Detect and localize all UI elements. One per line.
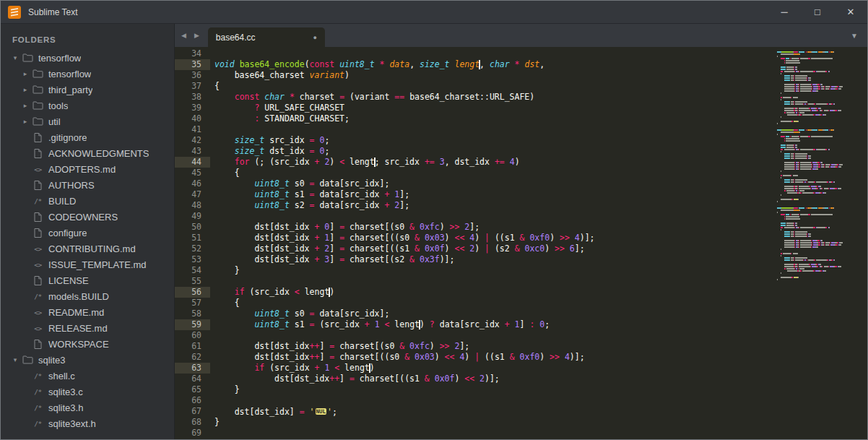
code-line-44[interactable]: 44 for (; (src_idx + 2) < lengt; src_idx… [175,157,867,168]
chevron-right-icon[interactable]: ▸ [21,70,30,77]
tree-folder-tensorflow[interactable]: ▾tensorflow [1,50,174,66]
code-line-65[interactable]: 65 } [175,384,867,395]
tab-scroll-left-icon[interactable]: ◀ [181,32,186,39]
code-line-47[interactable]: 47 uint8_t s1 = data[src_idx + 1]; [175,189,867,200]
chevron-right-icon[interactable]: ▸ [21,102,30,109]
tree-folder-tensorflow[interactable]: ▸tensorflow [1,66,174,82]
code-line-42[interactable]: 42 size_t src_idx = 0; [175,135,867,146]
code-line-54[interactable]: 54 } [175,265,867,276]
code-text: for (; (src_idx + 2) < lengt; src_idx +=… [210,157,867,168]
code-line-69[interactable]: 69 [175,428,867,439]
line-number: 41 [175,124,210,135]
tab-nav: ◀ ▶ [175,24,206,47]
code-line-60[interactable]: 60 [175,330,867,341]
code-line-35[interactable]: 35void base64_encode(const uint8_t * dat… [175,59,867,70]
code-line-36[interactable]: 36 base64_charset variant) [175,70,867,81]
code-line-46[interactable]: 46 uint8_t s0 = data[src_idx]; [175,178,867,189]
maximize-button[interactable]: □ [801,1,834,23]
tab-overflow-icon[interactable]: ▼ [851,32,858,40]
tree-item-label: tensorflow [38,53,81,64]
code-line-62[interactable]: 62 dst[dst_idx++] = charset[((s0 & 0x03)… [175,352,867,363]
code-line-63[interactable]: 63 if (src_idx + 1 < lengt) [175,363,867,374]
code-line-48[interactable]: 48 uint8_t s2 = data[src_idx + 2]; [175,200,867,211]
tree-file-shell-c[interactable]: /*shell.c [1,368,174,384]
markup-file-icon: <> [32,245,44,253]
chevron-right-icon[interactable]: ▸ [21,118,30,125]
code-line-41[interactable]: 41 [175,124,867,135]
code-text: dst[dst_idx + 0] = charset[(s0 & 0xfc) >… [210,222,867,233]
tree-folder-tools[interactable]: ▸tools [1,98,174,113]
line-number: 62 [175,352,210,363]
tree-item-label: ADOPTERS.md [48,164,116,175]
minimap-line [777,280,867,282]
code-line-61[interactable]: 61 dst[dst_idx++] = charset[(s0 & 0xfc) … [175,341,867,352]
line-number: 51 [175,233,210,243]
close-button[interactable]: ✕ [834,1,867,23]
code-text: dst[dst_idx++] = charset[((s1 & 0x0f) <<… [210,374,867,384]
tree-file-sqlite3-h[interactable]: /*sqlite3.h [1,400,174,415]
code-line-68[interactable]: 68} [175,417,867,428]
line-number: 38 [175,92,210,103]
tree-file-codeowners[interactable]: CODEOWNERS [1,209,174,225]
folder-icon [32,101,44,110]
tab-base64-cc[interactable]: base64.cc ● [208,27,325,47]
line-number: 59 [175,319,210,330]
titlebar[interactable]: Sublime Text ─ □ ✕ [1,1,867,24]
code-line-58[interactable]: 58 uint8_t s0 = data[src_idx]; [175,309,867,319]
tree-file-authors[interactable]: AUTHORS [1,177,174,193]
code-line-51[interactable]: 51 dst[dst_idx + 1] = charset[((s0 & 0x0… [175,233,867,243]
tree-file-release-md[interactable]: <>RELEASE.md [1,320,174,336]
tree-item-label: RELEASE.md [48,323,108,334]
code-text: } [210,384,867,395]
tab-scroll-right-icon[interactable]: ▶ [194,32,199,39]
code-area[interactable]: 3435void base64_encode(const uint8_t * d… [175,48,867,439]
tree-folder-util[interactable]: ▸util [1,113,174,129]
window-title: Sublime Text [28,7,77,17]
minimize-button[interactable]: ─ [768,1,801,23]
code-line-56[interactable]: 56 if (src_idx < lengt) [175,287,867,298]
chevron-down-icon[interactable]: ▾ [11,356,19,363]
tree-folder-sqlite3[interactable]: ▾sqlite3 [1,352,174,368]
tree-file-acknowledgments[interactable]: ACKNOWLEDGMENTS [1,145,174,161]
code-line-43[interactable]: 43 size_t dst_idx = 0; [175,146,867,157]
code-line-45[interactable]: 45 { [175,168,867,178]
code-text: dst[dst_idx] = 'NUL'; [210,406,867,417]
tree-file-sqlite3ext-h[interactable]: /*sqlite3ext.h [1,415,174,431]
minimap[interactable] [776,48,867,282]
code-line-38[interactable]: 38 const char * charset = (variant == ba… [175,92,867,103]
code-line-64[interactable]: 64 dst[dst_idx++] = charset[((s1 & 0x0f)… [175,374,867,384]
code-text: uint8_t s1 = data[src_idx + 1]; [210,189,867,200]
source-file-icon: /* [32,388,44,396]
tree-file-contributing-md[interactable]: <>CONTRIBUTING.md [1,241,174,256]
line-number: 50 [175,222,210,233]
code-line-49[interactable]: 49 [175,211,867,222]
tree-file-license[interactable]: LICENSE [1,272,174,288]
tree-file-adopters-md[interactable]: <>ADOPTERS.md [1,161,174,177]
code-text [210,211,867,222]
code-text: } [210,417,867,428]
code-line-59[interactable]: 59 uint8_t s1 = (src_idx + 1 < lengt) ? … [175,319,867,330]
code-line-40[interactable]: 40 : STANDARD_CHARSET; [175,113,867,124]
tree-file-workspace[interactable]: WORKSPACE [1,336,174,352]
code-line-53[interactable]: 53 dst[dst_idx + 3] = charset[(s2 & 0x3f… [175,254,867,265]
tree-folder-third-party[interactable]: ▸third_party [1,82,174,98]
code-line-66[interactable]: 66 [175,395,867,406]
code-line-52[interactable]: 52 dst[dst_idx + 2] = charset[((s1 & 0x0… [175,243,867,254]
code-line-37[interactable]: 37{ [175,81,867,92]
tree-file-readme-md[interactable]: <>README.md [1,304,174,320]
tree-file-models-build[interactable]: /*models.BUILD [1,288,174,304]
tree-file-build[interactable]: /*BUILD [1,193,174,209]
code-line-57[interactable]: 57 { [175,298,867,309]
tree-file-configure[interactable]: configure [1,225,174,241]
tree-file--gitignore[interactable]: .gitignore [1,129,174,145]
code-line-50[interactable]: 50 dst[dst_idx + 0] = charset[(s0 & 0xfc… [175,222,867,233]
code-line-55[interactable]: 55 [175,276,867,287]
tree-item-label: models.BUILD [48,291,109,302]
chevron-down-icon[interactable]: ▾ [11,54,19,61]
tree-file-issue-template-md[interactable]: <>ISSUE_TEMPLATE.md [1,256,174,272]
tree-file-sqlite3-c[interactable]: /*sqlite3.c [1,384,174,400]
chevron-right-icon[interactable]: ▸ [21,86,30,93]
code-line-34[interactable]: 34 [175,48,867,59]
code-line-67[interactable]: 67 dst[dst_idx] = 'NUL'; [175,406,867,417]
code-line-39[interactable]: 39 ? URL_SAFE_CHARSET [175,103,867,113]
